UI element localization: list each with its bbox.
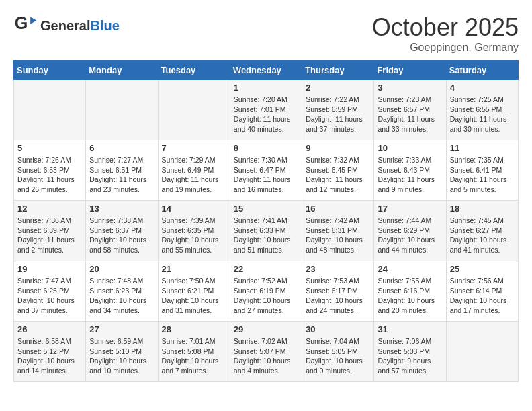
- calendar-week-row: 12Sunrise: 7:36 AM Sunset: 6:39 PM Dayli…: [14, 201, 519, 261]
- day-info: Sunrise: 7:35 AM Sunset: 6:41 PM Dayligh…: [450, 155, 515, 195]
- calendar-cell: 19Sunrise: 7:47 AM Sunset: 6:25 PM Dayli…: [14, 261, 86, 322]
- day-info: Sunrise: 7:29 AM Sunset: 6:49 PM Dayligh…: [162, 155, 226, 195]
- month-title: October 2025: [372, 13, 519, 42]
- day-number: 1: [234, 83, 298, 93]
- day-info: Sunrise: 6:59 AM Sunset: 5:10 PM Dayligh…: [89, 336, 154, 376]
- calendar-cell: 6Sunrise: 7:27 AM Sunset: 6:51 PM Daylig…: [86, 140, 158, 201]
- calendar-cell: 7Sunrise: 7:29 AM Sunset: 6:49 PM Daylig…: [158, 140, 230, 201]
- calendar-cell: 21Sunrise: 7:50 AM Sunset: 6:21 PM Dayli…: [158, 261, 230, 322]
- weekday-header-sunday: Sunday: [14, 61, 86, 80]
- calendar-cell: 8Sunrise: 7:30 AM Sunset: 6:47 PM Daylig…: [230, 140, 302, 201]
- day-number: 5: [17, 143, 82, 153]
- day-info: Sunrise: 7:53 AM Sunset: 6:17 PM Dayligh…: [306, 276, 370, 316]
- page-header: G GeneralBlue October 2025 Goeppingen, G…: [13, 13, 519, 54]
- calendar-cell: 11Sunrise: 7:35 AM Sunset: 6:41 PM Dayli…: [446, 140, 518, 201]
- day-number: 16: [306, 203, 370, 214]
- logo-general: General: [40, 18, 90, 33]
- day-info: Sunrise: 7:38 AM Sunset: 6:37 PM Dayligh…: [89, 216, 154, 255]
- day-info: Sunrise: 7:30 AM Sunset: 6:47 PM Dayligh…: [234, 155, 298, 195]
- day-info: Sunrise: 7:56 AM Sunset: 6:14 PM Dayligh…: [450, 276, 515, 316]
- day-info: Sunrise: 7:52 AM Sunset: 6:19 PM Dayligh…: [234, 276, 298, 316]
- calendar-cell: 13Sunrise: 7:38 AM Sunset: 6:37 PM Dayli…: [86, 201, 158, 261]
- day-info: Sunrise: 7:48 AM Sunset: 6:23 PM Dayligh…: [89, 276, 154, 316]
- calendar-cell: 14Sunrise: 7:39 AM Sunset: 6:35 PM Dayli…: [158, 201, 230, 261]
- day-info: Sunrise: 7:04 AM Sunset: 5:05 PM Dayligh…: [306, 336, 370, 376]
- calendar-cell: 27Sunrise: 6:59 AM Sunset: 5:10 PM Dayli…: [86, 322, 158, 382]
- day-number: 28: [162, 324, 226, 334]
- calendar-week-row: 1Sunrise: 7:20 AM Sunset: 7:01 PM Daylig…: [14, 80, 519, 140]
- calendar-cell: 3Sunrise: 7:23 AM Sunset: 6:57 PM Daylig…: [374, 80, 446, 140]
- calendar-cell: 2Sunrise: 7:22 AM Sunset: 6:59 PM Daylig…: [302, 80, 374, 140]
- day-number: 9: [306, 143, 370, 153]
- day-info: Sunrise: 7:32 AM Sunset: 6:45 PM Dayligh…: [306, 155, 370, 195]
- calendar-cell: 22Sunrise: 7:52 AM Sunset: 6:19 PM Dayli…: [230, 261, 302, 322]
- calendar-cell: 17Sunrise: 7:44 AM Sunset: 6:29 PM Dayli…: [374, 201, 446, 261]
- calendar-cell: 10Sunrise: 7:33 AM Sunset: 6:43 PM Dayli…: [374, 140, 446, 201]
- calendar-cell: [86, 80, 158, 140]
- day-number: 21: [162, 264, 226, 274]
- weekday-header-tuesday: Tuesday: [158, 61, 230, 80]
- calendar-cell: 24Sunrise: 7:55 AM Sunset: 6:16 PM Dayli…: [374, 261, 446, 322]
- day-info: Sunrise: 6:58 AM Sunset: 5:12 PM Dayligh…: [17, 336, 82, 376]
- svg-text:G: G: [15, 13, 28, 32]
- logo-blue: Blue: [90, 18, 119, 33]
- day-info: Sunrise: 7:36 AM Sunset: 6:39 PM Dayligh…: [17, 216, 82, 255]
- calendar-cell: 31Sunrise: 7:06 AM Sunset: 5:03 PM Dayli…: [374, 322, 446, 382]
- calendar-cell: 28Sunrise: 7:01 AM Sunset: 5:08 PM Dayli…: [158, 322, 230, 382]
- day-number: 3: [378, 83, 442, 93]
- calendar-cell: 29Sunrise: 7:02 AM Sunset: 5:07 PM Dayli…: [230, 322, 302, 382]
- day-info: Sunrise: 7:27 AM Sunset: 6:51 PM Dayligh…: [89, 155, 154, 195]
- calendar-week-row: 26Sunrise: 6:58 AM Sunset: 5:12 PM Dayli…: [14, 322, 519, 382]
- svg-marker-1: [30, 17, 36, 24]
- day-info: Sunrise: 7:01 AM Sunset: 5:08 PM Dayligh…: [162, 336, 226, 376]
- day-number: 13: [89, 203, 154, 214]
- day-number: 25: [450, 264, 515, 274]
- day-info: Sunrise: 7:50 AM Sunset: 6:21 PM Dayligh…: [162, 276, 226, 316]
- day-info: Sunrise: 7:45 AM Sunset: 6:27 PM Dayligh…: [450, 216, 515, 255]
- calendar-cell: 9Sunrise: 7:32 AM Sunset: 6:45 PM Daylig…: [302, 140, 374, 201]
- day-number: 20: [89, 264, 154, 274]
- day-number: 18: [450, 203, 515, 214]
- day-info: Sunrise: 7:47 AM Sunset: 6:25 PM Dayligh…: [17, 276, 82, 316]
- day-number: 26: [17, 324, 82, 334]
- weekday-header-friday: Friday: [374, 61, 446, 80]
- day-number: 11: [450, 143, 515, 153]
- calendar-cell: 23Sunrise: 7:53 AM Sunset: 6:17 PM Dayli…: [302, 261, 374, 322]
- day-number: 2: [306, 83, 370, 93]
- day-info: Sunrise: 7:02 AM Sunset: 5:07 PM Dayligh…: [234, 336, 298, 376]
- calendar-cell: 1Sunrise: 7:20 AM Sunset: 7:01 PM Daylig…: [230, 80, 302, 140]
- calendar-cell: 20Sunrise: 7:48 AM Sunset: 6:23 PM Dayli…: [86, 261, 158, 322]
- weekday-header-thursday: Thursday: [302, 61, 374, 80]
- day-number: 12: [17, 203, 82, 214]
- calendar-cell: 12Sunrise: 7:36 AM Sunset: 6:39 PM Dayli…: [14, 201, 86, 261]
- day-info: Sunrise: 7:25 AM Sunset: 6:55 PM Dayligh…: [450, 95, 515, 134]
- day-info: Sunrise: 7:42 AM Sunset: 6:31 PM Dayligh…: [306, 216, 370, 255]
- calendar-cell: 16Sunrise: 7:42 AM Sunset: 6:31 PM Dayli…: [302, 201, 374, 261]
- day-number: 23: [306, 264, 370, 274]
- day-info: Sunrise: 7:33 AM Sunset: 6:43 PM Dayligh…: [378, 155, 442, 195]
- logo-icon: G: [13, 12, 38, 36]
- day-info: Sunrise: 7:41 AM Sunset: 6:33 PM Dayligh…: [234, 216, 298, 255]
- day-info: Sunrise: 7:39 AM Sunset: 6:35 PM Dayligh…: [162, 216, 226, 255]
- calendar-cell: [158, 80, 230, 140]
- calendar-week-row: 19Sunrise: 7:47 AM Sunset: 6:25 PM Dayli…: [14, 261, 519, 322]
- day-info: Sunrise: 7:22 AM Sunset: 6:59 PM Dayligh…: [306, 95, 370, 134]
- calendar-cell: 18Sunrise: 7:45 AM Sunset: 6:27 PM Dayli…: [446, 201, 518, 261]
- calendar-cell: 15Sunrise: 7:41 AM Sunset: 6:33 PM Dayli…: [230, 201, 302, 261]
- calendar-cell: 4Sunrise: 7:25 AM Sunset: 6:55 PM Daylig…: [446, 80, 518, 140]
- calendar-cell: 26Sunrise: 6:58 AM Sunset: 5:12 PM Dayli…: [14, 322, 86, 382]
- calendar-week-row: 5Sunrise: 7:26 AM Sunset: 6:53 PM Daylig…: [14, 140, 519, 201]
- day-number: 31: [378, 324, 442, 334]
- day-info: Sunrise: 7:06 AM Sunset: 5:03 PM Dayligh…: [378, 336, 442, 376]
- day-number: 19: [17, 264, 82, 274]
- day-info: Sunrise: 7:55 AM Sunset: 6:16 PM Dayligh…: [378, 276, 442, 316]
- day-info: Sunrise: 7:20 AM Sunset: 7:01 PM Dayligh…: [234, 95, 298, 134]
- day-number: 17: [378, 203, 442, 214]
- weekday-header-row: SundayMondayTuesdayWednesdayThursdayFrid…: [14, 61, 519, 80]
- weekday-header-wednesday: Wednesday: [230, 61, 302, 80]
- day-number: 4: [450, 83, 515, 93]
- day-info: Sunrise: 7:23 AM Sunset: 6:57 PM Dayligh…: [378, 95, 442, 134]
- calendar-cell: 5Sunrise: 7:26 AM Sunset: 6:53 PM Daylig…: [14, 140, 86, 201]
- day-number: 27: [89, 324, 154, 334]
- day-number: 15: [234, 203, 298, 214]
